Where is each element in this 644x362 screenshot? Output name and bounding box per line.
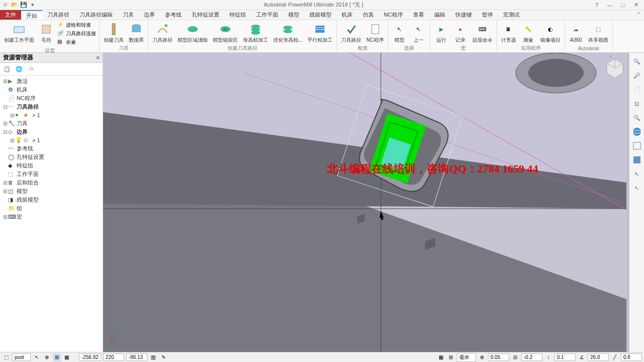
mirror-button[interactable]: ◐镜像项目 xyxy=(538,21,562,44)
status-grid-icon[interactable]: ▦ xyxy=(63,353,71,361)
block-view-icon[interactable] xyxy=(631,154,642,165)
status-lock-icon[interactable]: ▨ xyxy=(149,353,157,361)
tab-view[interactable]: 查看 xyxy=(408,10,429,20)
wireframe-icon[interactable] xyxy=(631,140,642,151)
model-rest-button[interactable]: 模型镜留区 xyxy=(211,21,240,44)
ribbon-collapse-icon[interactable]: ^ xyxy=(633,10,644,20)
cursor-select-icon[interactable]: ↖ xyxy=(631,183,642,194)
zoom-in-icon[interactable]: 🔍 xyxy=(631,112,642,123)
explorer-refresh-icon[interactable]: ⟳ xyxy=(26,64,36,74)
tab-start[interactable]: 开始 xyxy=(21,10,42,20)
explorer-globe-icon[interactable]: 🌐 xyxy=(14,64,24,74)
status-v4[interactable]: 26.0 xyxy=(588,353,609,361)
tab-boundary[interactable]: 边界 xyxy=(139,10,160,20)
minimize-icon[interactable]: — xyxy=(604,1,616,10)
status-edit-icon[interactable]: ✎ xyxy=(159,353,168,361)
tree-item-workplane[interactable]: ⬚工作平面 xyxy=(0,170,103,178)
tab-hole[interactable]: 孔特征设置 xyxy=(187,10,224,20)
toolpath-button[interactable]: 刀具路径 xyxy=(150,21,175,44)
status-depth-icon[interactable]: ↕ xyxy=(544,353,552,361)
toolpath-connect-button[interactable]: 🔗刀具路径连接 xyxy=(56,30,97,38)
status-y[interactable]: 220 xyxy=(103,353,124,361)
print-icon[interactable]: ▾ xyxy=(29,2,36,9)
status-angle-icon[interactable]: ∠ xyxy=(578,353,586,361)
feedrate-button[interactable]: ⚡进给和转速 xyxy=(56,21,97,29)
status-unit-combo[interactable]: 毫米 xyxy=(457,353,476,362)
create-tool-button[interactable]: 创建刀具 xyxy=(102,21,126,44)
zoom-icon[interactable]: 🔍 xyxy=(631,56,642,67)
status-snap2-icon[interactable]: ⊞ xyxy=(447,353,455,361)
maximize-icon[interactable]: □ xyxy=(617,1,629,10)
zoom-page-icon[interactable]: 📄 xyxy=(631,84,642,95)
tree-item-layers[interactable]: ⊞≣层和组合 xyxy=(0,178,103,187)
calculator-button[interactable]: 🖩计算器 xyxy=(499,21,518,44)
tree-item-featureset[interactable]: ◆特征组 xyxy=(0,161,103,170)
status-tool3-icon[interactable]: ⊞ xyxy=(53,353,61,361)
status-post-combo[interactable]: post xyxy=(12,353,31,361)
status-tool2-icon[interactable]: ⊕ xyxy=(43,353,51,361)
tree-item-model[interactable]: ⊞◫模型 xyxy=(0,187,103,196)
database-button[interactable]: 数据库 xyxy=(127,21,146,44)
tree-item-stockmodel[interactable]: ◨残留模型 xyxy=(0,196,103,204)
constz-button[interactable]: 等高精加工 xyxy=(241,21,270,44)
tab-toolpath[interactable]: 刀具路径 xyxy=(42,10,74,20)
tab-shortcut[interactable]: 快捷键 xyxy=(450,10,477,20)
select-prev-button[interactable]: ↖上一 xyxy=(410,21,428,44)
thickness-button[interactable]: ▤余量 xyxy=(56,38,97,46)
status-tol-icon[interactable]: ⊕ xyxy=(478,353,486,361)
tab-file[interactable]: 文件 xyxy=(0,10,21,20)
status-x[interactable]: -256.92 xyxy=(79,353,101,361)
status-step-icon[interactable]: ⊟ xyxy=(511,353,519,361)
tree-item-tool[interactable]: ⊞🔧刀具 xyxy=(0,119,103,128)
tab-pause[interactable]: 暂停 xyxy=(477,10,498,20)
close-icon[interactable]: ✕ xyxy=(630,1,642,10)
viewcube[interactable] xyxy=(604,57,626,79)
status-workplane-icon[interactable]: ⬚ xyxy=(2,353,10,361)
tree-item-boundary[interactable]: ⊟◇边界 xyxy=(0,128,103,136)
check-toolpath-button[interactable]: 刀具路径 xyxy=(339,21,363,44)
create-workplane-button[interactable]: 创建工作平面 xyxy=(2,21,36,44)
a360-button[interactable]: ☁A360 xyxy=(567,21,585,44)
tab-sim[interactable]: 仿真 xyxy=(358,10,379,20)
tab-model[interactable]: 模型 xyxy=(283,10,304,20)
status-z[interactable]: -86.13 xyxy=(126,353,147,361)
tree-item-macro[interactable]: ⊞⌨宏 xyxy=(0,213,103,221)
block-button[interactable]: 毛坯 xyxy=(37,21,55,44)
explorer-view-icon[interactable]: 📋 xyxy=(2,64,12,74)
open-icon[interactable]: 📂 xyxy=(11,2,18,9)
tab-workplane[interactable]: 工作平面 xyxy=(251,10,283,20)
model-canvas[interactable] xyxy=(103,53,626,352)
tree-item-boundary-1[interactable]: ⊞💡◇> 1 xyxy=(0,136,103,144)
tab-machine[interactable]: 机床 xyxy=(337,10,358,20)
select-model-button[interactable]: ↖模型 xyxy=(390,21,409,44)
macro-run-button[interactable]: ▶运行 xyxy=(432,21,450,44)
tree-item-toolpath[interactable]: ⊟〰刀具路径 xyxy=(0,103,103,111)
tab-refline[interactable]: 参考线 xyxy=(160,10,187,20)
measure-button[interactable]: 📏测量 xyxy=(519,21,537,44)
explorer-close-icon[interactable]: × xyxy=(96,54,100,61)
tab-edit[interactable]: 编辑 xyxy=(429,10,450,20)
status-pitch-icon[interactable]: ╱ xyxy=(611,353,619,361)
tab-macrotest[interactable]: 宏测试 xyxy=(498,10,525,20)
status-tool1-icon[interactable]: ↖ xyxy=(33,353,41,361)
status-v2[interactable]: -0.2 xyxy=(521,353,542,361)
share-view-button[interactable]: ⬚共享视图 xyxy=(586,21,610,44)
status-snap1-icon[interactable]: ▦ xyxy=(437,353,445,361)
tab-featureset[interactable]: 特征组 xyxy=(224,10,251,20)
check-nc-button[interactable]: NC程序 xyxy=(364,21,385,44)
viewport[interactable]: ZX 北斗编程在线培训，咨询QQ：2784 1659 44 × xyxy=(103,53,629,352)
macro-echo-button[interactable]: ⌨回显命令 xyxy=(470,21,495,44)
status-v3[interactable]: 0.1 xyxy=(554,353,576,361)
model-area-clear-button[interactable]: 模型区域清除 xyxy=(176,21,210,44)
zoom-window-icon[interactable]: 🔎 xyxy=(631,70,642,81)
status-v5[interactable]: 0.8 xyxy=(621,353,642,361)
tab-nc[interactable]: NC程序 xyxy=(379,10,408,20)
tab-stockmodel[interactable]: 残留模型 xyxy=(304,10,337,20)
tree-item-refline[interactable]: 〰参考线 xyxy=(0,144,103,153)
opt-constz-button[interactable]: 优化等高精... xyxy=(271,21,304,44)
tree-item-machine[interactable]: ⚙机床 xyxy=(0,85,103,94)
tab-toolpath-edit[interactable]: 刀具路径编辑 xyxy=(74,10,118,20)
tree-item-toolpath-1[interactable]: ⊞●◆> 1 xyxy=(0,111,103,119)
zoom-fit-icon[interactable]: ⊡ xyxy=(631,98,642,109)
parallel-finish-button[interactable]: 平行精加工 xyxy=(305,21,335,44)
